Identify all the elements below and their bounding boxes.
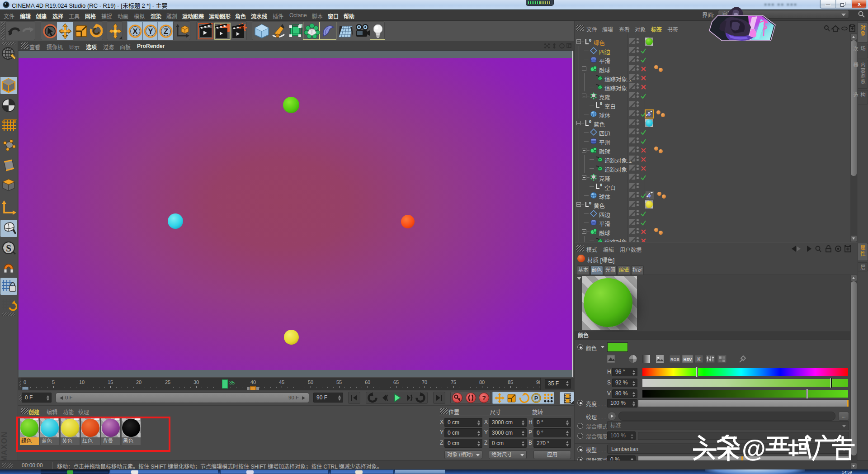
svg-text:?: ?: [482, 394, 486, 402]
svg-text:0: 0: [600, 101, 602, 106]
svg-text:@: @: [742, 435, 766, 462]
svg-text:X: X: [132, 27, 138, 36]
svg-text:Y: Y: [148, 27, 153, 36]
svg-text:0: 0: [589, 38, 591, 43]
svg-text:P: P: [534, 395, 538, 402]
svg-text:0: 0: [600, 183, 602, 187]
svg-text:Z: Z: [164, 27, 168, 36]
svg-text:S: S: [6, 243, 11, 254]
svg-text:0: 0: [589, 201, 591, 205]
svg-text:RGB: RGB: [670, 357, 680, 362]
svg-text:0: 0: [589, 119, 591, 124]
svg-text:K: K: [697, 357, 701, 362]
svg-text:HSV: HSV: [684, 357, 692, 362]
